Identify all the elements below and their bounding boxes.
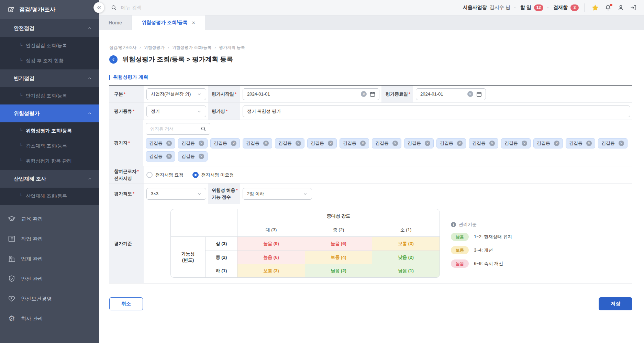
remove-chip-icon[interactable] xyxy=(489,141,495,146)
radio-icon xyxy=(192,172,199,178)
approval-label[interactable]: 결재함 xyxy=(553,4,568,11)
remove-chip-icon[interactable] xyxy=(392,141,398,146)
matrix-cell: 낮음 (2) xyxy=(372,251,440,264)
remove-chip-icon[interactable] xyxy=(296,141,301,146)
tab-risk-assessment[interactable]: 위험성평가 조회/등록 ✕ xyxy=(132,15,205,30)
sidebar-collapse-button[interactable] xyxy=(93,2,104,13)
matrix-cell: 높음 (9) xyxy=(237,237,305,251)
end-date-value[interactable] xyxy=(420,91,465,97)
section-title-bar xyxy=(109,75,110,80)
todo-count-badge[interactable]: 12 xyxy=(534,4,543,11)
chevron-up-icon xyxy=(87,176,92,181)
user-area: 서울사업장 김지수 님 할 일 12 결재함 3 xyxy=(460,2,639,13)
evaluator-chip: 김길동 xyxy=(372,138,401,148)
matrix-cell: 보통 (4) xyxy=(305,251,372,264)
sign-no-request-radio[interactable]: 전자서명 미요청 xyxy=(192,172,234,178)
evaluator-chip: 김길동 xyxy=(178,151,208,162)
menu-search[interactable] xyxy=(111,4,460,11)
remove-chip-icon[interactable] xyxy=(199,141,204,146)
breadcrumb-item[interactable]: 위험성평가 xyxy=(136,45,165,51)
scale-select[interactable]: 3×3 xyxy=(146,188,206,200)
sidebar-section-safety-check[interactable]: 안전점검 xyxy=(0,19,99,37)
remove-chip-icon[interactable] xyxy=(231,141,236,146)
high-badge: 높음 xyxy=(451,259,469,268)
remove-chip-icon[interactable] xyxy=(166,141,172,146)
management-criteria-legend: 관리기준 낮음 1~2: 현재상태 유지 보통 3~4: 개선 높음 6~9: … xyxy=(451,209,512,268)
remove-chip-icon[interactable] xyxy=(522,141,527,146)
sidebar-item-work-mgmt[interactable]: 작업 관리 xyxy=(0,229,99,249)
remove-chip-icon[interactable] xyxy=(554,141,559,146)
sidebar-section-risk-assessment[interactable]: 위험성평가 xyxy=(0,104,99,122)
legend-item-high: 높음 6~9: 즉시 개선 xyxy=(451,259,512,268)
sign-request-radio[interactable]: 전자서명 요청 xyxy=(146,172,184,178)
sidebar-item-safety-mgmt[interactable]: 안전 관리 xyxy=(0,269,99,289)
sidebar-section-semiannual-check[interactable]: 반기점검 xyxy=(0,69,99,87)
remove-chip-icon[interactable] xyxy=(360,141,366,146)
todo-label[interactable]: 할 일 xyxy=(520,4,531,11)
sidebar-item-vendor-mgmt[interactable]: 업체 관리 xyxy=(0,249,99,269)
remove-chip-icon[interactable] xyxy=(166,154,172,159)
save-button[interactable]: 저장 xyxy=(599,297,632,310)
sidebar-item-safety-health-mgmt[interactable]: 안전보건경영 xyxy=(0,289,99,309)
graduation-cap-icon xyxy=(8,215,16,223)
sidebar-item-industrial-accident-search[interactable]: 산업재해 조회/등록 xyxy=(0,189,99,204)
category-select[interactable]: 사업장(건설현장 외) xyxy=(146,88,206,100)
employee-search-input[interactable] xyxy=(150,126,198,132)
cancel-button[interactable]: 취소 xyxy=(109,297,143,310)
sidebar-item-semiannual-search[interactable]: 반기점검 조회/등록 xyxy=(0,88,99,103)
participant-sign-label: 참여근로자* 전자서명 xyxy=(109,166,144,183)
sidebar-title[interactable]: 점검/평가/조사 xyxy=(0,0,99,19)
calendar-icon[interactable] xyxy=(369,91,376,97)
remove-chip-icon[interactable] xyxy=(328,141,333,146)
sidebar-item-post-check-actions[interactable]: 점검 후 조치 현황 xyxy=(0,53,99,68)
sidebar-section-industrial-accident[interactable]: 산업재해 조사 xyxy=(0,170,99,188)
menu-search-input[interactable] xyxy=(121,5,238,10)
favorites-star-button[interactable] xyxy=(590,2,600,13)
logout-button[interactable] xyxy=(629,3,639,13)
clear-icon[interactable] xyxy=(467,91,473,97)
sidebar-item-education-mgmt[interactable]: 교육 관리 xyxy=(0,209,99,229)
remove-chip-icon[interactable] xyxy=(263,141,269,146)
sidebar-item-safety-check-search[interactable]: 안전점검 조회/등록 xyxy=(0,38,99,53)
profile-button[interactable] xyxy=(616,3,626,13)
sidebar-item-reduction-measures[interactable]: 감소대책 조회/등록 xyxy=(0,139,99,154)
remove-chip-icon[interactable] xyxy=(619,141,624,146)
breadcrumb-item[interactable]: 점검/평가/조사 xyxy=(109,45,136,51)
start-date-value[interactable] xyxy=(247,91,358,97)
eval-name-input[interactable] xyxy=(243,106,630,117)
criteria-label: 평가기준 xyxy=(109,204,144,283)
matrix-col-group-header: 중대성 강도 xyxy=(237,209,440,223)
eval-type-select[interactable]: 정기 xyxy=(146,106,206,117)
category-label: 구분* xyxy=(109,86,144,102)
notifications-bell-button[interactable] xyxy=(603,3,613,13)
evaluator-chip: 김길동 xyxy=(178,138,208,148)
remove-chip-icon[interactable] xyxy=(425,141,430,146)
sidebar-item-risk-assessment-search[interactable]: 위험성평가 조회/등록 xyxy=(0,123,99,139)
remove-chip-icon[interactable] xyxy=(457,141,463,146)
chevron-down-icon xyxy=(303,191,308,196)
end-date-input[interactable] xyxy=(416,88,486,100)
edit-icon xyxy=(8,6,15,13)
start-date-input[interactable] xyxy=(243,88,379,100)
remove-chip-icon[interactable] xyxy=(199,154,204,159)
allow-score-select[interactable]: 2점 이하 xyxy=(243,188,312,200)
breadcrumb-item[interactable]: 평가계획 등록 xyxy=(211,45,245,51)
employee-search[interactable] xyxy=(146,123,210,135)
tab-close-icon[interactable]: ✕ xyxy=(192,20,196,25)
matrix-col-header: 대 (3) xyxy=(237,223,305,236)
breadcrumb-item[interactable]: 위험성평가 조회/등록 xyxy=(165,45,212,51)
clear-icon[interactable] xyxy=(361,91,367,97)
back-button[interactable] xyxy=(109,55,118,64)
sidebar-item-company-mgmt[interactable]: ⚙ 회사 관리 xyxy=(0,309,99,329)
matrix-row-header: 상 (3) xyxy=(206,237,237,251)
sidebar-item-risk-assessment-items[interactable]: 위험성평가 항목 관리 xyxy=(0,154,99,169)
tab-home[interactable]: Home xyxy=(99,15,132,30)
approval-count-badge[interactable]: 3 xyxy=(570,4,579,11)
star-icon xyxy=(591,4,599,11)
building-icon xyxy=(8,255,16,263)
remove-chip-icon[interactable] xyxy=(586,141,592,146)
calendar-icon[interactable] xyxy=(476,91,482,97)
matrix-cell: 보통 (3) xyxy=(237,264,305,277)
evaluator-chip: 김길동 xyxy=(598,138,628,148)
start-date-label: 평가시작일* xyxy=(208,86,240,102)
